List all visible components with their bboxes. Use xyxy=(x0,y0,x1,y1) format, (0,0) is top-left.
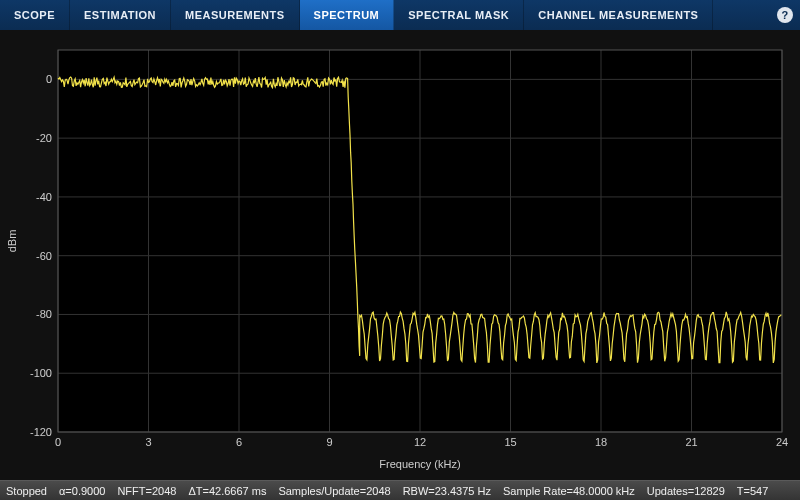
tab-channel-measurements[interactable]: CHANNEL MEASUREMENTS xyxy=(524,0,713,30)
status-rbw: RBW=23.4375 Hz xyxy=(403,485,491,497)
tab-spacer xyxy=(713,0,770,30)
status-updates: Updates=12829 xyxy=(647,485,725,497)
status-spu: Samples/Update=2048 xyxy=(278,485,390,497)
svg-text:-20: -20 xyxy=(36,132,52,144)
help-icon: ? xyxy=(777,7,793,23)
svg-text:12: 12 xyxy=(414,436,426,448)
status-t: T=547 xyxy=(737,485,769,497)
tab-label: SPECTRUM xyxy=(314,9,380,21)
tab-label: CHANNEL MEASUREMENTS xyxy=(538,9,698,21)
help-button[interactable]: ? xyxy=(770,0,800,30)
svg-text:24: 24 xyxy=(776,436,788,448)
tab-label: SCOPE xyxy=(14,9,55,21)
svg-text:-80: -80 xyxy=(36,308,52,320)
svg-text:21: 21 xyxy=(685,436,697,448)
svg-text:0: 0 xyxy=(46,73,52,85)
chart-svg: 03691215182124-120-100-80-60-40-200Frequ… xyxy=(0,30,800,480)
tab-scope[interactable]: SCOPE xyxy=(0,0,70,30)
svg-text:Frequency (kHz): Frequency (kHz) xyxy=(379,458,460,470)
svg-text:dBm: dBm xyxy=(6,230,18,253)
status-state: Stopped xyxy=(6,485,47,497)
tab-measurements[interactable]: MEASUREMENTS xyxy=(171,0,300,30)
status-alpha: α=0.9000 xyxy=(59,485,105,497)
tab-spectral-mask[interactable]: SPECTRAL MASK xyxy=(394,0,524,30)
tab-label: ESTIMATION xyxy=(84,9,156,21)
spectrum-plot[interactable]: 03691215182124-120-100-80-60-40-200Frequ… xyxy=(0,30,800,480)
tab-estimation[interactable]: ESTIMATION xyxy=(70,0,171,30)
svg-text:3: 3 xyxy=(145,436,151,448)
svg-text:-120: -120 xyxy=(30,426,52,438)
svg-text:0: 0 xyxy=(55,436,61,448)
status-bar: Stopped α=0.9000 NFFT=2048 ΔT=42.6667 ms… xyxy=(0,480,800,500)
svg-text:-100: -100 xyxy=(30,367,52,379)
status-dt: ΔT=42.6667 ms xyxy=(188,485,266,497)
svg-text:18: 18 xyxy=(595,436,607,448)
svg-text:-40: -40 xyxy=(36,191,52,203)
svg-text:6: 6 xyxy=(236,436,242,448)
tab-label: MEASUREMENTS xyxy=(185,9,285,21)
status-srate: Sample Rate=48.0000 kHz xyxy=(503,485,635,497)
svg-text:15: 15 xyxy=(504,436,516,448)
status-nfft: NFFT=2048 xyxy=(117,485,176,497)
tab-spectrum[interactable]: SPECTRUM xyxy=(300,0,395,30)
svg-text:-60: -60 xyxy=(36,250,52,262)
tab-label: SPECTRAL MASK xyxy=(408,9,509,21)
tab-bar: SCOPE ESTIMATION MEASUREMENTS SPECTRUM S… xyxy=(0,0,800,30)
svg-text:9: 9 xyxy=(326,436,332,448)
